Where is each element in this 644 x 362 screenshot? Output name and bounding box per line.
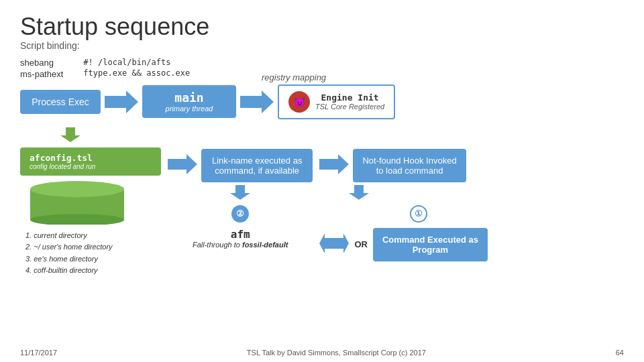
- not-found-line1: Not-found Hook Invoked: [362, 156, 456, 166]
- link-name-line2: command, if available: [212, 166, 302, 176]
- engine-sub: TSL Core Registered: [315, 103, 384, 111]
- main-flow-row: Process Exec main primary thread 😈 Engin…: [20, 84, 624, 119]
- svg-marker-9: [349, 185, 369, 200]
- engine-title: Engine Init: [315, 93, 384, 103]
- afm-sub-prefix: Fall-through to: [193, 241, 242, 249]
- arrow-to-not-found: [319, 154, 349, 177]
- afconfig-box: afconfig.tsl config located and run: [20, 147, 161, 176]
- afm-sub: Fall-through to fossil-default: [186, 241, 294, 249]
- svg-marker-2: [60, 127, 80, 142]
- double-arrow-or: [319, 233, 349, 256]
- afm-title: afm: [186, 228, 294, 241]
- down-arrow-from-process: [60, 127, 161, 145]
- engine-init-box: 😈 Engine Init TSL Core Registered: [278, 84, 395, 119]
- svg-marker-8: [319, 154, 349, 174]
- shebang-values: #! /local/bin/afts ftype.exe && assoc.ex…: [83, 58, 190, 79]
- page-title: Startup sequence: [20, 13, 624, 40]
- link-name-box: Link-name executed as command, if availa…: [201, 149, 313, 182]
- not-found-box: Not-found Hook Invoked to load command: [353, 149, 466, 182]
- footer: 11/17/2017 TSL Talk by David Simmons, Sm…: [20, 349, 624, 357]
- main-title: main: [156, 90, 223, 105]
- cmd-exec-line2: Program: [382, 245, 478, 255]
- svg-marker-10: [334, 233, 349, 253]
- mascot-icon: 😈: [288, 91, 310, 113]
- arrow-to-engine: [240, 90, 274, 113]
- afm-sub-bold: fossil-default: [242, 241, 288, 249]
- footer-credit: TSL Talk by David Simmons, Smallscript C…: [247, 349, 426, 357]
- script-info: shebang ms-pathext #! /local/bin/afts ft…: [20, 58, 624, 79]
- process-exec-box: Process Exec: [20, 90, 101, 114]
- engine-text: Engine Init TSL Core Registered: [315, 93, 384, 111]
- shebang-value: #! /local/bin/afts: [83, 58, 190, 67]
- svg-marker-1: [240, 90, 274, 113]
- link-name-line1: Link-name executed as: [212, 156, 302, 166]
- list-item-4: coff-builtin directory: [25, 265, 161, 277]
- list-items: current directory ~/ user's home directo…: [25, 230, 161, 277]
- afm-box: afm Fall-through to fossil-default: [186, 228, 294, 249]
- svg-marker-0: [105, 90, 138, 113]
- list-item-3: ee's home directory: [25, 253, 161, 265]
- not-found-line2: to load command: [362, 166, 456, 176]
- shebang-col: shebang ms-pathext: [20, 58, 63, 79]
- down-arrow-right: [349, 185, 488, 202]
- footer-page: 64: [616, 349, 624, 357]
- svg-point-4: [30, 181, 124, 197]
- mspathext-value: ftype.exe && assoc.exe: [83, 68, 190, 78]
- cmd-exec-line1: Command Executed as: [382, 235, 478, 245]
- cylinder-db: [27, 181, 161, 227]
- circle-1: ①: [410, 205, 427, 223]
- arrow-to-link-name: [168, 154, 197, 177]
- afconfig-title: afconfig.tsl: [30, 153, 93, 163]
- mspathext-label: ms-pathext: [20, 69, 63, 79]
- circle-2: ②: [231, 205, 249, 223]
- svg-marker-11: [319, 233, 334, 253]
- afconfig-sub: config located and run: [30, 163, 152, 170]
- list-item-2: ~/ user's home directory: [25, 241, 161, 253]
- footer-date: 11/17/2017: [20, 349, 57, 357]
- page: Startup sequence Script binding: shebang…: [0, 0, 644, 362]
- arrow-to-main: [105, 90, 138, 113]
- list-item-1: current directory: [25, 230, 161, 242]
- process-exec-label: Process Exec: [32, 97, 89, 107]
- main-sub: primary thread: [156, 105, 223, 113]
- registry-label: registry mapping: [262, 72, 326, 82]
- shebang-label: shebang: [20, 58, 63, 68]
- svg-marker-7: [230, 185, 250, 200]
- page-subtitle: Script binding:: [20, 40, 624, 51]
- svg-marker-6: [168, 154, 197, 174]
- main-box: main primary thread: [142, 85, 236, 118]
- down-arrow-mid: [230, 185, 250, 202]
- or-label: OR: [354, 239, 368, 249]
- cmd-exec-box: Command Executed as Program: [373, 228, 488, 261]
